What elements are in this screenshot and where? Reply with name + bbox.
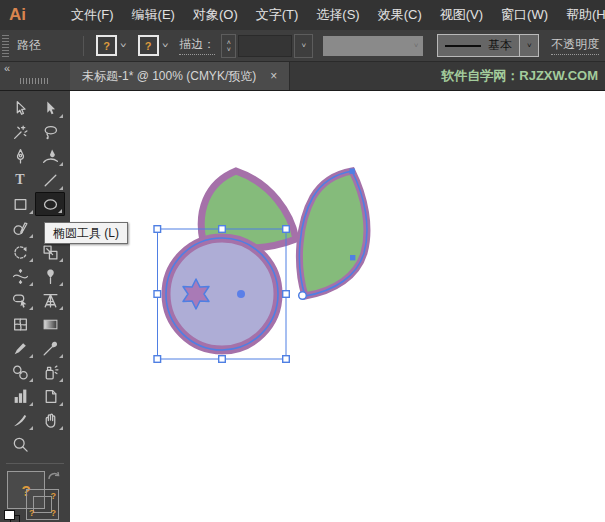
menu-view[interactable]: 视图(V)	[431, 0, 492, 30]
menu-window[interactable]: 窗口(W)	[492, 0, 557, 30]
column-graph-tool[interactable]	[5, 384, 35, 408]
line-segment-icon	[42, 172, 59, 189]
document-tab-title: 未标题-1* @ 100% (CMYK/预览)	[82, 68, 256, 85]
stroke-color-swatch[interactable]: ?	[138, 35, 159, 56]
menu-object[interactable]: 对象(O)	[184, 0, 247, 30]
zoom-tool[interactable]	[5, 432, 35, 456]
fill-color-swatch[interactable]: ?	[96, 35, 117, 56]
gradient-icon	[42, 316, 59, 333]
menu-file[interactable]: 文件(F)	[62, 0, 123, 30]
type-tool-icon: T	[15, 172, 24, 188]
selection-arrow-icon	[12, 100, 29, 117]
width-profile-chevron-icon: ˅	[414, 41, 419, 50]
magic-wand-icon	[12, 124, 29, 141]
toolbar-panel-header: «	[0, 62, 70, 90]
toolbar-grip-icon[interactable]	[20, 78, 48, 84]
rectangle-icon	[12, 196, 29, 213]
magnifier-icon	[12, 436, 29, 453]
document-tab[interactable]: 未标题-1* @ 100% (CMYK/预览) ×	[70, 62, 290, 90]
gradient-tool[interactable]	[35, 312, 65, 336]
menu-select[interactable]: 选择(S)	[307, 0, 368, 30]
scale-icon	[42, 244, 59, 261]
shaper-tool[interactable]	[5, 216, 35, 240]
hand-icon	[42, 412, 59, 429]
bar-chart-icon	[12, 388, 29, 405]
width-tool[interactable]	[5, 264, 35, 288]
fill-stroke-proxy: ? ? ? ?	[0, 468, 70, 522]
lasso-tool[interactable]	[35, 120, 65, 144]
symbol-sprayer-tool[interactable]	[35, 360, 65, 384]
shape-builder-tool[interactable]	[5, 288, 35, 312]
default-fill-stroke-icon[interactable]	[4, 510, 19, 522]
main-area: T	[0, 91, 605, 522]
menu-bar: Ai 文件(F) 编辑(E) 对象(O) 文字(T) 选择(S) 效果(C) 视…	[0, 0, 605, 30]
menu-type[interactable]: 文字(T)	[247, 0, 308, 30]
perspective-grid-tool[interactable]	[35, 288, 65, 312]
eyedropper-icon	[42, 340, 59, 357]
mesh-tool[interactable]	[5, 312, 35, 336]
brush-style-label: 基本	[488, 37, 512, 54]
line-segment-tool[interactable]	[35, 168, 65, 192]
stroke-proxy-swatch[interactable]: ? ? ?	[26, 489, 59, 520]
watermark-text: 软件自学网：RJZXW.COM	[441, 62, 605, 90]
artboard-tool[interactable]	[35, 384, 65, 408]
rectangle-tool[interactable]	[5, 192, 35, 216]
opacity-panel-link[interactable]: 不透明度	[551, 36, 599, 55]
stroke-weight-input[interactable]	[238, 35, 292, 57]
stroke-swatch-chevron-icon[interactable]: ˅	[162, 41, 169, 50]
artboard-page-icon	[42, 388, 59, 405]
stroke-weight-chevron-icon[interactable]: ˅	[294, 34, 313, 58]
lasso-icon	[42, 124, 59, 141]
eyedropper-tool[interactable]	[35, 336, 65, 360]
stroke-weight-stepper[interactable]: ˄˅	[221, 34, 236, 58]
blend-icon	[12, 364, 29, 381]
type-tool[interactable]: T	[5, 168, 35, 192]
menu-edit[interactable]: 编辑(E)	[123, 0, 184, 30]
hand-tool[interactable]	[35, 408, 65, 432]
toolbar-empty-slot	[35, 432, 65, 456]
fill-swatch-chevron-icon[interactable]: ˅	[120, 41, 127, 50]
direct-selection-arrow-icon	[42, 100, 59, 117]
rotate-icon	[12, 244, 29, 261]
shaper-icon	[12, 220, 29, 237]
selection-type-label: 路径	[17, 37, 41, 54]
curvature-pen-icon	[42, 148, 59, 165]
mesh-icon	[12, 316, 29, 333]
panel-grip-icon[interactable]	[2, 35, 9, 57]
brush-stroke-preview	[445, 45, 481, 47]
brush-style-dropdown[interactable]: 基本	[437, 34, 520, 57]
direct-selection-tool[interactable]	[35, 96, 65, 120]
control-bar: 路径 ? ˅ ? ˅ 描边： ˄˅ ˅ ˅ 基本 ˅ 不透明度	[0, 30, 605, 62]
artboard-canvas[interactable]	[70, 91, 605, 522]
curvature-tool[interactable]	[35, 144, 65, 168]
rotate-tool[interactable]	[5, 240, 35, 264]
tools-panel: T	[0, 91, 70, 522]
pen-tool[interactable]	[5, 144, 35, 168]
magic-wand-tool[interactable]	[5, 120, 35, 144]
width-profile-dropdown[interactable]: ˅	[323, 36, 423, 56]
measure-tool[interactable]	[5, 336, 35, 360]
tool-tooltip: 椭圆工具 (L)	[44, 222, 128, 244]
tab-close-icon[interactable]: ×	[270, 69, 277, 83]
app-logo: Ai	[9, 5, 26, 25]
ellipse-tool[interactable]	[35, 192, 65, 216]
collapse-panel-icon[interactable]: «	[4, 62, 9, 74]
knife-icon	[12, 412, 29, 429]
menu-help[interactable]: 帮助(H)	[557, 0, 605, 30]
stroke-panel-link[interactable]: 描边：	[179, 36, 215, 55]
toolbar-divider	[6, 463, 64, 464]
perspective-grid-icon	[42, 292, 59, 309]
ellipse-icon	[42, 196, 59, 213]
measure-marker-icon	[12, 340, 29, 357]
blend-tool[interactable]	[5, 360, 35, 384]
slice-tool[interactable]	[5, 408, 35, 432]
swap-fill-stroke-icon[interactable]	[46, 470, 62, 484]
controlbar-divider	[83, 36, 84, 56]
puppet-warp-tool[interactable]	[35, 264, 65, 288]
menu-effect[interactable]: 效果(C)	[369, 0, 431, 30]
pin-icon	[42, 268, 59, 285]
pen-nib-icon	[12, 148, 29, 165]
selection-tool[interactable]	[5, 96, 35, 120]
shape-builder-icon	[12, 292, 29, 309]
brush-style-chevron-icon[interactable]: ˅	[520, 34, 539, 57]
